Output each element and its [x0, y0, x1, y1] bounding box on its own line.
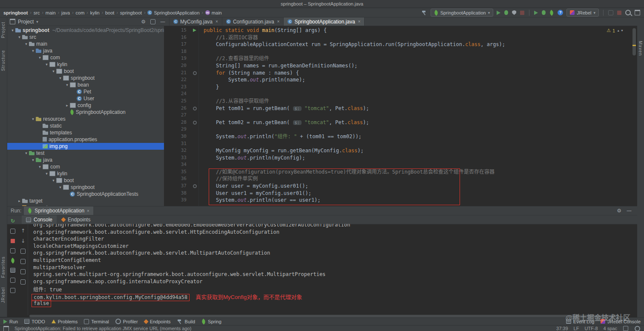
line-number[interactable]: 28 [164, 119, 190, 126]
down-arrow-icon[interactable]: ↓ [20, 238, 26, 244]
chevron-expanded-icon[interactable]: ▾ [10, 28, 15, 32]
chevron-expanded-icon[interactable]: ▾ [37, 55, 43, 60]
run-view-tab-console[interactable]: Console [22, 215, 57, 224]
tool-strip-button-project[interactable]: Project [1, 22, 6, 38]
layout-icon[interactable] [10, 248, 16, 254]
tool-window-button-run[interactable]: Run [3, 319, 18, 324]
tree-item[interactable]: ▾springboot~/Downloads/code/IdeaProjects… [7, 27, 164, 34]
breadcrumb-item[interactable]: boot [105, 10, 114, 15]
tree-item[interactable]: ▾com [7, 54, 164, 61]
line-number[interactable]: 22 [164, 76, 190, 84]
status-window-icon[interactable] [3, 326, 9, 331]
line-number[interactable]: 37 [164, 183, 190, 190]
line-number[interactable]: 19 [164, 55, 190, 62]
chevron-expanded-icon[interactable]: ▾ [30, 49, 36, 53]
tree-item[interactable]: ▾springboot [7, 184, 164, 191]
tree-item[interactable]: ▾kylin [7, 61, 164, 68]
tree-item[interactable]: ▸config [7, 102, 164, 109]
console-icon[interactable] [10, 267, 16, 273]
collapse-all-icon[interactable] [20, 258, 26, 264]
tree-item[interactable]: ▾boot [7, 177, 164, 184]
line-number[interactable]: 17 [164, 41, 190, 48]
close-icon[interactable]: × [277, 19, 280, 24]
indicator-icon[interactable] [634, 325, 641, 331]
stop-process-icon[interactable] [617, 10, 622, 15]
line-number[interactable]: 33 [164, 154, 190, 162]
gutter[interactable] [190, 70, 200, 77]
tree-item[interactable]: SpringbootApplication [7, 109, 164, 116]
editor-scrollbar[interactable] [632, 28, 636, 55]
breadcrumb-item[interactable]: com [76, 10, 85, 15]
stop-icon[interactable] [10, 238, 15, 244]
search-everywhere-icon[interactable] [625, 9, 631, 16]
status-message[interactable]: SpringbootApplication: Failed to retriev… [14, 326, 191, 331]
window-controls-icon[interactable] [634, 9, 641, 16]
collapse-all-icon[interactable] [150, 19, 156, 25]
tool-strip-button-jrebel[interactable]: JRebel [1, 287, 6, 303]
line-number[interactable]: 21 [164, 70, 190, 77]
jrebel-select[interactable]: JRebel▾ [566, 9, 599, 17]
warning-stripe-mark[interactable] [632, 45, 636, 46]
breadcrumb-item[interactable]: kylin [90, 10, 100, 15]
tree-item[interactable]: ▾main [7, 41, 164, 47]
line-number[interactable]: 24 [164, 90, 190, 98]
settings-icon[interactable] [10, 228, 16, 234]
close-icon[interactable]: × [358, 19, 361, 24]
line-number[interactable]: 27 [164, 112, 190, 119]
breadcrumb-item[interactable]: mmain [205, 10, 222, 15]
line-number[interactable]: 16 [164, 34, 190, 41]
stop-button[interactable] [520, 10, 525, 15]
line-number[interactable]: 31 [164, 140, 190, 148]
expand-all-icon[interactable] [20, 248, 26, 254]
line-number[interactable]: 25 [164, 98, 190, 105]
indent-info[interactable]: 4 spac [604, 326, 617, 331]
help-icon[interactable]: ? [557, 9, 564, 16]
caret-position[interactable]: 37:39 [556, 326, 568, 331]
tree-item[interactable]: ▸target [7, 197, 164, 204]
lock-icon[interactable] [623, 325, 629, 331]
tree-item[interactable]: ▾src [7, 34, 164, 41]
tree-item[interactable]: ▾test [7, 150, 164, 157]
chevron-expanded-icon[interactable]: ▾ [23, 42, 29, 46]
rerun-icon[interactable]: ↻ [10, 218, 15, 224]
chevron-expanded-icon[interactable]: ▾ [51, 69, 56, 73]
editor[interactable]: 15public static void main(String[] args)… [164, 26, 637, 206]
inspections-widget[interactable]: ⚠ 1 ▲▼ [607, 28, 624, 33]
line-number[interactable]: 30 [164, 133, 190, 140]
line-number[interactable]: 39 [164, 197, 190, 204]
breadcrumb-item[interactable]: src [34, 10, 40, 15]
tree-item[interactable]: ▾bean [7, 81, 164, 88]
jrebel-debug-button[interactable] [541, 10, 546, 15]
run-gutter[interactable] [190, 27, 200, 34]
line-number[interactable]: 26 [164, 105, 190, 112]
console-output[interactable]: org.springframework.boot.autoconfigure.w… [28, 224, 635, 315]
inspection-nav-icons[interactable]: ▲▼ [617, 29, 624, 32]
tree-item[interactable]: templates [7, 129, 164, 136]
print-icon[interactable] [10, 277, 16, 283]
chevron-expanded-icon[interactable]: ▾ [17, 35, 22, 39]
plugin-action-icon[interactable] [608, 10, 614, 16]
line-number[interactable]: 23 [164, 84, 190, 91]
tree-item[interactable]: CSpringbootApplicationTests [7, 191, 164, 197]
gutter[interactable] [190, 183, 200, 190]
tool-strip-button-favorites[interactable]: Favorites [1, 256, 6, 278]
chevron-expanded-icon[interactable]: ▾ [44, 62, 49, 67]
chevron-expanded-icon[interactable]: ▾ [64, 83, 70, 87]
tool-window-button-terminal[interactable]: Terminal [84, 319, 109, 324]
line-number[interactable]: 32 [164, 147, 190, 154]
tree-item[interactable]: img.png [7, 143, 164, 150]
settings-icon[interactable]: ⚙ [616, 208, 622, 214]
breadcrumb-item[interactable]: springboot [3, 10, 28, 15]
tree-item[interactable]: ▾boot [7, 68, 164, 75]
tool-window-button-endpoints[interactable]: Endpoints [144, 319, 171, 324]
clear-all-icon[interactable] [20, 279, 26, 285]
tool-strip-button-structure[interactable]: Structure [1, 50, 6, 71]
chevron-expanded-icon[interactable]: ▾ [58, 76, 63, 80]
close-icon[interactable]: × [87, 209, 89, 213]
jrebel-agent-icon[interactable] [549, 10, 554, 15]
tree-item[interactable]: application.properties [7, 136, 164, 143]
tree-item[interactable]: ▾resources [7, 116, 164, 122]
run-tab[interactable]: SpringbootApplication × [24, 206, 93, 215]
chevron-expanded-icon[interactable]: ▾ [30, 158, 36, 162]
trash-icon[interactable] [10, 287, 16, 293]
